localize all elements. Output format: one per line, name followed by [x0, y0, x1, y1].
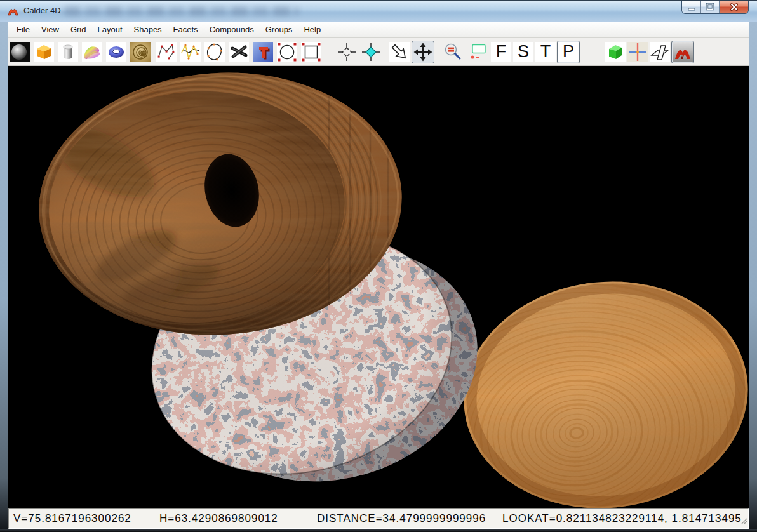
vertex-tool-button[interactable]: [337, 42, 357, 62]
cylinder-tool-button[interactable]: [58, 42, 78, 62]
letter-f-button[interactable]: F: [491, 42, 511, 62]
status-distance: DISTANCE=34.4799999999996: [317, 509, 486, 528]
cube-icon: [34, 42, 54, 62]
axes-icon: [627, 42, 648, 62]
spline-icon: [180, 42, 201, 62]
calder-tool-button[interactable]: [671, 41, 694, 63]
vertex-selected-icon: [361, 42, 381, 62]
planes-tool-button[interactable]: [650, 42, 670, 62]
green-cube-icon: [605, 42, 626, 62]
solid-cube-tool-button[interactable]: [605, 42, 626, 62]
closed-curve-tool-button[interactable]: [204, 42, 225, 62]
callout-tool-button[interactable]: [467, 42, 487, 62]
viewport-scene: [8, 66, 749, 508]
viewport-3d[interactable]: [8, 66, 749, 508]
tubes-icon: [229, 42, 249, 62]
callout-icon: [467, 42, 487, 62]
circle-tool-button[interactable]: [277, 42, 297, 62]
sphere-icon: [10, 42, 30, 62]
cylinder-icon: [58, 42, 78, 62]
zoom-icon: [443, 42, 463, 62]
window-frame-left: [0, 22, 8, 529]
square-icon: [301, 42, 321, 62]
letter-t-icon: T: [535, 42, 556, 62]
app-logo-icon: [7, 5, 19, 17]
letter-p-icon: P: [558, 42, 579, 62]
polyline-tool-button[interactable]: [156, 42, 177, 62]
menu-item-view[interactable]: View: [36, 22, 65, 37]
menu-item-shapes[interactable]: Shapes: [128, 22, 168, 37]
select-arrow-icon: [389, 42, 410, 62]
menu-item-layout[interactable]: Layout: [91, 22, 128, 37]
menu-bar: File View Grid Layout Shapes Facets Comp…: [8, 22, 749, 38]
letter-s-button[interactable]: S: [513, 42, 533, 62]
menu-item-file[interactable]: File: [11, 22, 36, 37]
menu-item-facets[interactable]: Facets: [168, 22, 204, 37]
toolbar: F S T P: [8, 38, 749, 66]
extrude-icon: [253, 42, 273, 62]
cube-tool-button[interactable]: [34, 42, 54, 62]
status-v: V=75.8167196300262: [13, 509, 131, 528]
window-frame-bottom: [0, 529, 757, 532]
polyline-icon: [156, 42, 177, 62]
vertex-icon: [337, 42, 357, 62]
torus-tool-button[interactable]: [106, 42, 126, 62]
menu-item-help[interactable]: Help: [298, 22, 326, 37]
letter-t-button[interactable]: T: [535, 42, 556, 62]
extrude-tool-button[interactable]: [253, 42, 273, 62]
sphere-tool-button[interactable]: [10, 42, 30, 62]
app-window: Calder 4D File View Grid Layout Shapes F…: [0, 0, 757, 532]
maximize-icon: [704, 1, 716, 13]
square-tool-button[interactable]: [301, 42, 321, 62]
status-lookat: LOOKAT=0.821134823229114, 1.814713495: [502, 509, 742, 528]
tubes-tool-button[interactable]: [229, 42, 249, 62]
torus-icon: [106, 42, 126, 62]
closed-curve-icon: [204, 42, 225, 62]
move-tool-button[interactable]: [412, 41, 434, 63]
spline-tool-button[interactable]: [180, 42, 201, 62]
minimize-button[interactable]: [682, 1, 701, 13]
window-controls: [681, 1, 749, 14]
zoom-tool-button[interactable]: [443, 42, 463, 62]
close-icon: [728, 1, 740, 13]
menu-item-grid[interactable]: Grid: [65, 22, 92, 37]
menu-item-groups[interactable]: Groups: [260, 22, 298, 37]
letter-s-icon: S: [513, 42, 533, 62]
resize-grip-icon[interactable]: [740, 515, 747, 528]
circle-icon: [277, 42, 297, 62]
shell-tool-button[interactable]: [130, 42, 151, 62]
shell-icon: [130, 42, 151, 62]
move-icon: [413, 42, 433, 62]
letter-f-icon: F: [491, 42, 511, 62]
window-title: Calder 4D: [23, 6, 61, 15]
blurred-title-text: [64, 6, 300, 16]
calder-icon: [673, 42, 693, 62]
window-frame-right: [749, 22, 757, 529]
title-bar[interactable]: Calder 4D: [0, 0, 757, 22]
menu-item-compounds[interactable]: Compounds: [204, 22, 260, 37]
axes-tool-button[interactable]: [627, 42, 648, 62]
status-h: H=63.4290869809012: [159, 509, 278, 528]
minimize-icon: [686, 1, 697, 13]
maximize-button[interactable]: [701, 1, 720, 13]
letter-p-button[interactable]: P: [557, 41, 580, 63]
planes-icon: [650, 42, 670, 62]
mobius-icon: [82, 42, 102, 62]
vertex-selected-tool-button[interactable]: [361, 42, 381, 62]
status-bar: V=75.8167196300262 H=63.4290869809012 DI…: [8, 508, 749, 529]
close-button[interactable]: [720, 1, 748, 13]
select-arrow-tool-button[interactable]: [389, 42, 410, 62]
mobius-tool-button[interactable]: [82, 42, 102, 62]
